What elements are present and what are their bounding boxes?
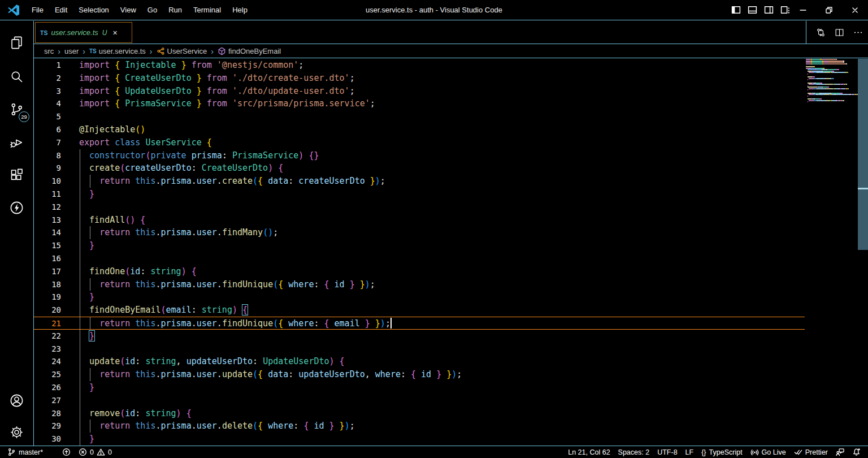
statusbar-notifications[interactable] xyxy=(848,446,865,458)
statusbar-cursor-position[interactable]: Ln 21, Col 62 xyxy=(564,446,614,458)
toggle-primary-sidebar-icon[interactable] xyxy=(731,5,741,15)
code-line-2[interactable]: 2import { CreateUserDto } from './dto/cr… xyxy=(34,72,805,85)
menu-go[interactable]: Go xyxy=(142,1,163,20)
breadcrumb-item-user-service-ts[interactable]: TSuser.service.ts xyxy=(89,47,146,55)
feedback-icon xyxy=(836,448,844,456)
tab-user-service-ts[interactable]: TS user.service.ts U × xyxy=(35,22,132,43)
settings-icon xyxy=(9,425,24,440)
code-line-28[interactable]: 28 remove(id: string) { xyxy=(34,407,805,420)
close-window-button[interactable] xyxy=(842,0,868,20)
open-changes-icon[interactable] xyxy=(815,27,826,38)
line-number: 15 xyxy=(34,239,61,252)
code-line-19[interactable]: 19 } xyxy=(34,291,805,304)
statusbar-publish-changes[interactable] xyxy=(58,446,75,458)
line-number: 29 xyxy=(34,420,61,433)
code-line-25[interactable]: 25 return this.prisma.user.update({ data… xyxy=(34,368,805,381)
breadcrumb-item-findonebyemail[interactable]: findOneByEmail xyxy=(218,47,281,55)
scrollbar-slider[interactable] xyxy=(858,59,868,250)
activitybar-item-explorer[interactable] xyxy=(0,28,33,57)
statusbar-indentation[interactable]: Spaces: 2 xyxy=(614,446,654,458)
activitybar-item-source-control[interactable]: 29 xyxy=(0,94,33,124)
code-line-3[interactable]: 3import { UpdateUserDto } from './dto/up… xyxy=(34,85,805,98)
code-line-5[interactable]: 5 xyxy=(34,110,805,123)
code-line-15[interactable]: 15 } xyxy=(34,239,805,252)
title-bar: FileEditSelectionViewGoRunTerminalHelp u… xyxy=(0,0,868,20)
code-text: constructor(private prisma: PrismaServic… xyxy=(79,149,319,162)
code-line-4[interactable]: 4import { PrismaService } from 'src/pris… xyxy=(34,97,805,110)
code-text: return this.prisma.user.create({ data: c… xyxy=(79,175,385,188)
activitybar-item-accounts[interactable] xyxy=(0,386,33,415)
split-editor-icon[interactable] xyxy=(834,27,845,38)
toggle-panel-icon[interactable] xyxy=(748,5,757,15)
statusbar-language-mode[interactable]: {}TypeScript xyxy=(697,446,746,458)
menu-edit[interactable]: Edit xyxy=(49,1,73,20)
indent-guide xyxy=(80,394,80,407)
code-line-6[interactable]: 6@Injectable() xyxy=(34,123,805,136)
statusbar-prettier[interactable]: Prettier xyxy=(790,446,832,458)
code-text: } xyxy=(79,239,94,252)
code-line-16[interactable]: 16 xyxy=(34,252,805,265)
code-line-1[interactable]: 1import { Injectable } from '@nestjs/com… xyxy=(34,59,805,72)
minimize-button[interactable] xyxy=(790,0,816,20)
menu-run[interactable]: Run xyxy=(163,1,188,20)
breadcrumb-item-src[interactable]: src xyxy=(44,47,54,55)
menu-terminal[interactable]: Terminal xyxy=(188,1,227,20)
code-text: } xyxy=(79,381,94,394)
code-line-18[interactable]: 18 return this.prisma.user.findUnique({ … xyxy=(34,278,805,291)
statusbar-git-branch[interactable]: master* xyxy=(3,446,47,458)
statusbar-problems[interactable]: 00 xyxy=(75,446,116,458)
code-text: return this.prisma.user.update({ data: u… xyxy=(79,368,462,381)
menu-help[interactable]: Help xyxy=(227,1,253,20)
code-line-24[interactable]: 24 update(id: string, updateUserDto: Upd… xyxy=(34,355,805,368)
activitybar-item-thunder-client[interactable] xyxy=(0,193,33,222)
toggle-secondary-sidebar-icon[interactable] xyxy=(764,5,774,15)
menu-file[interactable]: File xyxy=(26,1,49,20)
statusbar-go-live[interactable]: Go Live xyxy=(747,446,790,458)
line-number: 22 xyxy=(34,330,61,343)
line-number: 26 xyxy=(34,381,61,394)
code-line-12[interactable]: 12 xyxy=(34,201,805,214)
window-controls xyxy=(790,0,868,20)
code-line-17[interactable]: 17 findOne(id: string) { xyxy=(34,265,805,278)
code-line-23[interactable]: 23 xyxy=(34,343,805,356)
breadcrumb-item-user[interactable]: user xyxy=(64,47,79,55)
code-line-30[interactable]: 30 } xyxy=(34,433,805,446)
code-line-26[interactable]: 26 } xyxy=(34,381,805,394)
editor-tab-bar: TS user.service.ts U × xyxy=(34,21,868,44)
breadcrumb-item-userservice[interactable]: UserService xyxy=(157,47,207,55)
line-number: 5 xyxy=(34,110,61,123)
activitybar-item-settings[interactable] xyxy=(0,417,33,447)
activitybar-item-run-and-debug[interactable] xyxy=(0,127,33,157)
code-line-14[interactable]: 14 return this.prisma.user.findMany(); xyxy=(34,226,805,239)
code-line-13[interactable]: 13 findAll() { xyxy=(34,214,805,227)
code-line-10[interactable]: 10 return this.prisma.user.create({ data… xyxy=(34,175,805,188)
statusbar-eol[interactable]: LF xyxy=(682,446,698,458)
activitybar-item-search[interactable] xyxy=(0,62,33,91)
code-editor[interactable]: 1import { Injectable } from '@nestjs/com… xyxy=(34,59,806,446)
code-line-9[interactable]: 9 create(createUserDto: CreateUserDto) { xyxy=(34,162,805,175)
vertical-scrollbar[interactable] xyxy=(858,59,868,446)
code-line-21[interactable]: 21 return this.prisma.user.findUnique({ … xyxy=(34,317,805,330)
restore-button[interactable] xyxy=(816,0,842,20)
minimap[interactable] xyxy=(806,59,858,446)
statusbar-feedback[interactable] xyxy=(832,446,848,458)
breadcrumb: src›user›TSuser.service.ts›UserService›f… xyxy=(34,45,868,58)
code-line-20[interactable]: 20 findOneByEmail(email: string) { xyxy=(34,304,805,317)
line-number: 4 xyxy=(34,97,61,110)
code-line-11[interactable]: 11 } xyxy=(34,188,805,201)
menu-selection[interactable]: Selection xyxy=(73,1,114,20)
code-text: remove(id: string) { xyxy=(79,407,192,420)
code-line-27[interactable]: 27 xyxy=(34,394,805,407)
line-number: 9 xyxy=(34,162,61,175)
code-line-8[interactable]: 8 constructor(private prisma: PrismaServ… xyxy=(34,149,805,162)
tab-close-icon[interactable]: × xyxy=(112,29,117,37)
customize-layout-icon[interactable] xyxy=(780,5,790,15)
method-symbol-icon xyxy=(218,47,226,55)
code-line-22[interactable]: 22 } xyxy=(34,330,805,343)
menu-view[interactable]: View xyxy=(115,1,142,20)
code-line-7[interactable]: 7export class UserService { xyxy=(34,136,805,149)
more-actions-icon[interactable] xyxy=(853,27,863,38)
activitybar-item-extensions[interactable] xyxy=(0,160,33,189)
code-line-29[interactable]: 29 return this.prisma.user.delete({ wher… xyxy=(34,420,805,433)
statusbar-encoding[interactable]: UTF-8 xyxy=(653,446,681,458)
